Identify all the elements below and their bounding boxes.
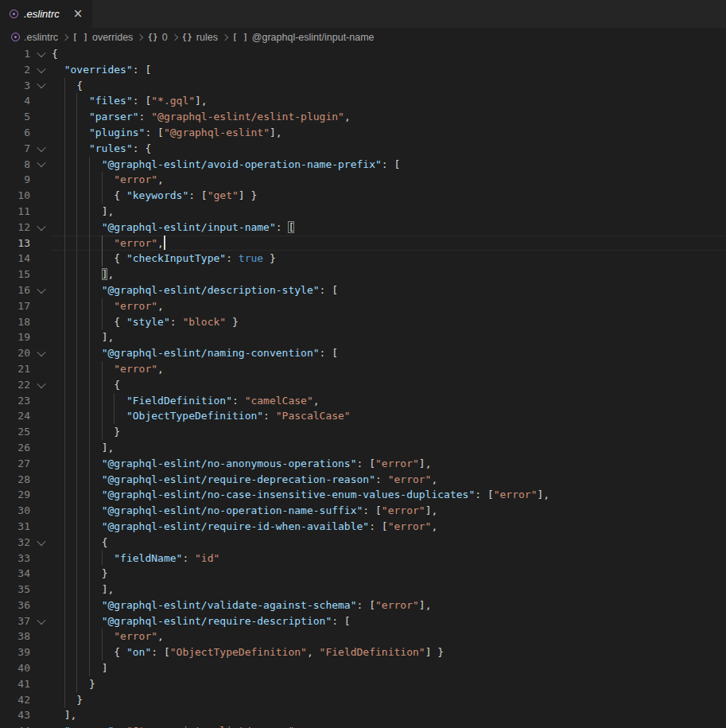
code-line[interactable]: 24 "ObjectTypeDefinition": "PascalCase" (0, 408, 726, 424)
line-number[interactable]: 35 (0, 582, 30, 598)
code-line[interactable]: 23 "FieldDefinition": "camelCase", (0, 393, 726, 409)
code-line[interactable]: 34 } (0, 566, 726, 582)
code-line[interactable]: 27 "@graphql-eslint/no-anonymous-operati… (0, 456, 726, 472)
code-line[interactable]: 30 "@graphql-eslint/no-operation-name-su… (0, 503, 726, 519)
breadcrumb-item[interactable]: {}rules (182, 32, 218, 43)
code-line[interactable]: 14 { "checkInputType": true } (0, 251, 726, 267)
line-number[interactable]: 31 (0, 519, 30, 535)
code-text[interactable]: } (52, 424, 726, 440)
line-number[interactable]: 14 (0, 251, 30, 267)
code-line[interactable]: 12 "@graphql-eslint/input-name": [ (0, 220, 726, 236)
line-number[interactable]: 2 (0, 62, 30, 78)
code-line[interactable]: 29 "@graphql-eslint/no-case-insensitive-… (0, 487, 726, 503)
code-line[interactable]: 2 "overrides": [ (0, 62, 726, 78)
code-text[interactable]: "plugins": ["@graphql-eslint"], (52, 125, 726, 141)
code-line[interactable]: 43 ], (0, 707, 726, 723)
code-line[interactable]: 9 "error", (0, 172, 726, 188)
line-number[interactable]: 27 (0, 456, 30, 472)
code-text[interactable]: "@graphql-eslint/naming-convention": [ (52, 345, 726, 361)
line-number[interactable]: 37 (0, 613, 30, 629)
line-number[interactable]: 43 (0, 707, 30, 723)
code-text[interactable]: "error", (52, 361, 726, 377)
code-line[interactable]: 42 } (0, 692, 726, 708)
code-line[interactable]: 10 { "keywords": ["get"] } (0, 188, 726, 204)
line-number[interactable]: 12 (0, 220, 30, 236)
code-text[interactable]: "fieldName": "id" (52, 551, 726, 566)
code-line[interactable]: 15 ], (0, 267, 726, 282)
code-text[interactable]: { (52, 377, 726, 393)
fold-chevron-icon[interactable] (37, 285, 45, 294)
code-line[interactable]: 36 "@graphql-eslint/validate-against-sch… (0, 598, 726, 613)
fold-chevron-icon[interactable] (37, 537, 45, 546)
breadcrumb-item[interactable]: .eslintrc (11, 32, 58, 43)
line-number[interactable]: 9 (0, 172, 30, 188)
line-number[interactable]: 23 (0, 393, 30, 409)
line-number[interactable]: 26 (0, 440, 30, 456)
code-text[interactable]: "ObjectTypeDefinition": "PascalCase" (52, 408, 726, 424)
tab-eslintrc[interactable]: .eslintrc × (0, 0, 92, 28)
line-number[interactable]: 24 (0, 408, 30, 424)
code-line[interactable]: 38 "error", (0, 629, 726, 644)
code-line[interactable]: 19 ], (0, 329, 726, 345)
close-icon[interactable]: × (73, 8, 83, 20)
line-number[interactable]: 33 (0, 551, 30, 566)
code-line[interactable]: 39 { "on": ["ObjectTypeDefinition", "Fie… (0, 644, 726, 660)
line-number[interactable]: 41 (0, 676, 30, 692)
code-text[interactable]: ] (52, 660, 726, 676)
code-text[interactable]: ], (52, 204, 726, 220)
code-text[interactable]: "@graphql-eslint/require-description": [ (52, 613, 726, 629)
code-line[interactable]: 44 "parser": "@typescript-eslint/parser" (0, 723, 726, 728)
code-line[interactable]: 31 "@graphql-eslint/require-id-when-avai… (0, 519, 726, 535)
line-number[interactable]: 28 (0, 472, 30, 488)
line-number[interactable]: 39 (0, 644, 30, 660)
line-number[interactable]: 8 (0, 157, 30, 173)
code-line[interactable]: 17 "error", (0, 298, 726, 314)
code-text[interactable]: ], (52, 267, 726, 282)
line-number[interactable]: 36 (0, 598, 30, 613)
code-text[interactable]: "@graphql-eslint/input-name": [ (52, 220, 726, 236)
code-text[interactable]: { "keywords": ["get"] } (52, 188, 726, 204)
code-text[interactable]: "@graphql-eslint/validate-against-schema… (52, 598, 726, 613)
code-line[interactable]: 35 ], (0, 582, 726, 598)
code-text[interactable]: "parser": "@typescript-eslint/parser" (52, 723, 726, 728)
code-text[interactable]: "parser": "@graphql-eslint/eslint-plugin… (52, 109, 726, 125)
line-number[interactable]: 5 (0, 109, 30, 125)
line-number[interactable]: 19 (0, 329, 30, 345)
line-number[interactable]: 21 (0, 361, 30, 377)
code-line[interactable]: 22 { (0, 377, 726, 393)
code-line[interactable]: 37 "@graphql-eslint/require-description"… (0, 613, 726, 629)
code-text[interactable]: "@graphql-eslint/no-anonymous-operations… (52, 456, 726, 472)
fold-chevron-icon[interactable] (37, 380, 45, 388)
code-line[interactable]: 18 { "style": "block" } (0, 314, 726, 330)
code-text[interactable]: "@graphql-eslint/no-operation-name-suffi… (52, 503, 726, 519)
code-line[interactable]: 40 ] (0, 660, 726, 676)
code-line[interactable]: 11 ], (0, 204, 726, 220)
fold-chevron-icon[interactable] (37, 80, 45, 88)
code-editor[interactable]: 1{2 "overrides": [3 {4 "files": ["*.gql"… (0, 46, 726, 728)
code-line[interactable]: 16 "@graphql-eslint/description-style": … (0, 282, 726, 298)
code-text[interactable]: "@graphql-eslint/no-case-insensitive-enu… (52, 487, 726, 503)
code-line[interactable]: 13 "error", (0, 236, 726, 251)
line-number[interactable]: 7 (0, 141, 30, 157)
fold-chevron-icon[interactable] (37, 348, 45, 356)
code-text[interactable]: "error", (52, 629, 726, 644)
line-number[interactable]: 18 (0, 314, 30, 330)
code-text[interactable]: { "style": "block" } (52, 314, 726, 330)
code-line[interactable]: 26 ], (0, 440, 726, 456)
code-text[interactable]: } (52, 692, 726, 708)
code-text[interactable]: "error", (52, 172, 726, 188)
breadcrumb-item[interactable]: {}0 (147, 32, 167, 43)
fold-chevron-icon[interactable] (37, 158, 45, 167)
code-text[interactable]: "error", (52, 236, 726, 251)
code-text[interactable]: "error", (52, 298, 726, 314)
code-text[interactable]: ], (52, 707, 726, 723)
fold-chevron-icon[interactable] (37, 49, 45, 57)
breadcrumb-item[interactable]: [ ]@graphql-eslint/input-name (232, 32, 375, 43)
code-line[interactable]: 20 "@graphql-eslint/naming-convention": … (0, 345, 726, 361)
line-number[interactable]: 13 (0, 236, 30, 251)
code-line[interactable]: 8 "@graphql-eslint/avoid-operation-name-… (0, 157, 726, 173)
line-number[interactable]: 17 (0, 298, 30, 314)
line-number[interactable]: 22 (0, 377, 30, 393)
code-text[interactable]: "@graphql-eslint/require-id-when-availab… (52, 519, 726, 535)
code-line[interactable]: 7 "rules": { (0, 141, 726, 157)
